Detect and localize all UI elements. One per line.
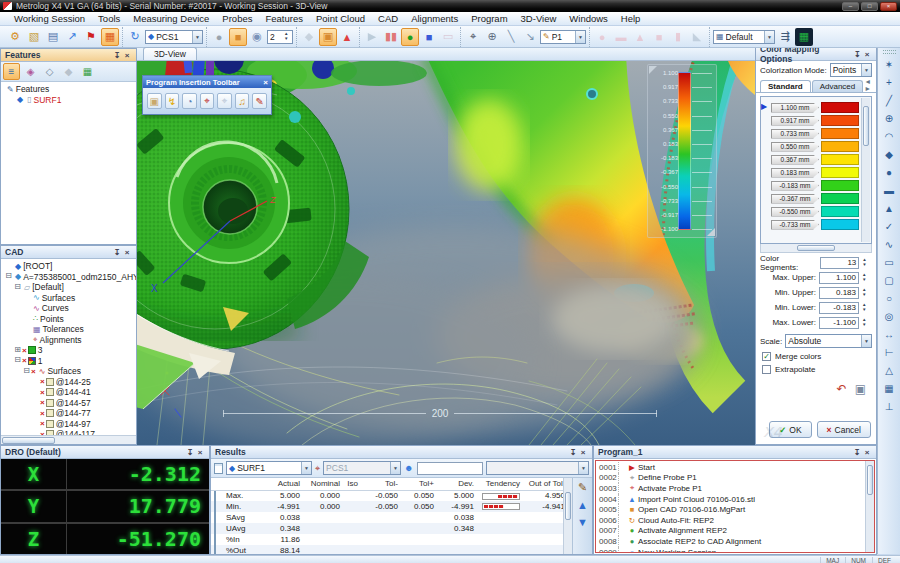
program-step-0005[interactable]: 0005■Open CAD 70106-016.MgPart xyxy=(596,504,865,515)
menu-program[interactable]: Program xyxy=(465,13,513,24)
color-scale-value-tag[interactable]: 0.550 mm xyxy=(771,142,819,152)
field-input[interactable]: -0.183 xyxy=(819,302,859,314)
close-icon[interactable]: × xyxy=(862,50,872,59)
insert-marker-icon[interactable]: ✎ xyxy=(252,93,267,109)
insert-probe-icon[interactable]: ⌖ xyxy=(200,93,215,109)
color-scale-row[interactable]: 0.367 mm xyxy=(765,153,859,166)
color-scale-value-tag[interactable]: -0.183 mm xyxy=(771,181,819,191)
menu-features[interactable]: Features xyxy=(259,13,309,24)
wireframe-view-icon[interactable]: ◉ xyxy=(248,28,266,46)
color-scale-value-tag[interactable]: 0.917 mm xyxy=(771,116,819,126)
color-scale-band[interactable] xyxy=(821,167,859,178)
menu-alignments[interactable]: Alignments xyxy=(405,13,464,24)
menu-measuring-device[interactable]: Measuring Device xyxy=(127,13,215,24)
pcs-select[interactable]: PCS1▼ xyxy=(323,461,401,475)
pin-icon[interactable]: ↧ xyxy=(112,248,122,257)
export-report-icon[interactable]: ↗ xyxy=(63,28,81,46)
rectangle-feature-icon[interactable]: ▢ xyxy=(880,273,898,288)
tree-item-surf1[interactable]: ◆▯SURF1 xyxy=(1,95,136,106)
probe-combo[interactable]: ✎P1▼ xyxy=(540,30,586,44)
tree-expander-icon[interactable]: ⊟ xyxy=(13,356,22,365)
color-scale-band[interactable] xyxy=(821,180,859,191)
tree-expander-icon[interactable]: ⊞ xyxy=(13,346,22,355)
feature-dim-icon[interactable]: ◆ xyxy=(60,63,77,80)
extrapolate-option[interactable]: Extrapolate xyxy=(756,363,876,376)
scale-horizontal-scrollbar[interactable] xyxy=(760,244,872,253)
color-scale-band[interactable] xyxy=(821,128,859,139)
close-icon[interactable]: × xyxy=(862,448,872,457)
tab-standard[interactable]: Standard xyxy=(760,80,811,92)
visibility-checkbox[interactable] xyxy=(46,420,54,428)
field-spinner[interactable]: ▲▼ xyxy=(862,303,870,312)
color-scale-band[interactable] xyxy=(821,206,859,217)
scale-mode-select[interactable]: Absolute▼ xyxy=(785,334,872,348)
move-down-icon[interactable]: ▼ xyxy=(574,515,592,528)
cancel-button[interactable]: ×Cancel xyxy=(817,421,871,438)
merge-colors-checkbox[interactable]: ✓ xyxy=(762,352,771,361)
color-scale-band[interactable] xyxy=(821,102,859,113)
open-session-icon[interactable]: ▧ xyxy=(25,28,43,46)
angle-measure-icon[interactable]: △ xyxy=(880,363,898,378)
pin-icon[interactable]: ↧ xyxy=(852,50,862,59)
results-row-savg[interactable]: SAvg0.0380.038 xyxy=(211,512,563,523)
cone-feature-icon[interactable]: ▲ xyxy=(631,28,649,46)
tree-expander-icon[interactable]: ⊟ xyxy=(22,367,31,376)
field-input[interactable]: 1.100 xyxy=(819,272,859,284)
pin-icon[interactable]: ↧ xyxy=(852,448,862,457)
color-scale-band[interactable] xyxy=(821,219,859,230)
sphere-feature-icon[interactable]: ● xyxy=(593,28,611,46)
results-row-max[interactable]: Max.5.0000.000-0.0500.0505.0004.950 xyxy=(211,490,563,501)
probe-goto-icon[interactable]: ↘ xyxy=(521,28,539,46)
scale-vertical-scrollbar[interactable] xyxy=(861,98,870,242)
results-row-min[interactable]: Min.-4.9910.000-0.0500.050-4.991-4.941 xyxy=(211,501,563,512)
insert-operator-icon[interactable]: ♫ xyxy=(235,93,250,109)
program-vertical-scrollbar[interactable] xyxy=(865,461,874,552)
extrapolate-checkbox[interactable] xyxy=(762,365,771,374)
menu-cad[interactable]: CAD xyxy=(372,13,404,24)
results-row-out[interactable]: %Out88.14 xyxy=(211,545,563,554)
cad-tree-item-144-77[interactable]: ×@144-77 xyxy=(1,408,136,419)
insert-gauge-icon[interactable]: ◔ xyxy=(182,93,197,109)
cad-tree-item-144-57[interactable]: ×@144-57 xyxy=(1,398,136,409)
distance-measure-icon[interactable]: ↔ xyxy=(880,327,898,342)
cone-feature-icon[interactable]: ▲ xyxy=(880,201,898,216)
program-loop-icon[interactable]: ▭ xyxy=(439,28,457,46)
3d-viewport[interactable]: Z X 1.1000.9170.7330.5500.3670.183-0.183… xyxy=(137,61,755,445)
field-spinner[interactable]: ▲▼ xyxy=(862,258,870,267)
color-scale-value-tag[interactable]: -0.550 mm xyxy=(771,207,819,217)
layer-color-swatch[interactable] xyxy=(28,357,36,365)
cad-tree-item-144-25[interactable]: ×@144-25 xyxy=(1,377,136,388)
close-button[interactable]: × xyxy=(880,2,897,11)
close-icon[interactable]: × xyxy=(195,448,205,457)
program-insertion-toolbar-header[interactable]: Program Insertion Toolbar × xyxy=(143,76,271,88)
tab-3d-view[interactable]: 3D-View xyxy=(143,47,197,60)
field-spinner[interactable]: ▲▼ xyxy=(862,273,870,282)
cad-tree-item-144-41[interactable]: ×@144-41 xyxy=(1,387,136,398)
program-pause-icon[interactable]: ▮▮ xyxy=(382,28,400,46)
color-scale-row[interactable]: 0.733 mm xyxy=(765,127,859,140)
shaded-view-icon[interactable]: ● xyxy=(210,28,228,46)
layer-color-swatch[interactable] xyxy=(28,346,36,354)
cad-tree-item-tolerances[interactable]: ▦Tolerances xyxy=(1,324,136,335)
visibility-checkbox[interactable] xyxy=(46,430,54,435)
color-scale-row[interactable]: -0.367 mm xyxy=(765,192,859,205)
color-scale-row[interactable]: -0.550 mm xyxy=(765,205,859,218)
pcs-rotate-icon[interactable]: ↻ xyxy=(126,28,144,46)
paint-results-icon[interactable]: ✎ xyxy=(574,481,592,494)
cylinder-feature-icon[interactable]: ▬ xyxy=(880,183,898,198)
axes-triad-icon[interactable]: ⊥ xyxy=(880,399,898,414)
insert-speed-icon[interactable]: ↯ xyxy=(165,93,180,109)
scale-marker-icon[interactable]: ▶ xyxy=(761,102,767,111)
ellipse-feature-icon[interactable]: ○ xyxy=(880,291,898,306)
extrude-feature-icon[interactable]: ▮ xyxy=(669,28,687,46)
field-input[interactable]: 13 xyxy=(820,257,859,269)
alignment-icon[interactable]: ⌖ xyxy=(315,463,320,474)
minimize-button[interactable]: – xyxy=(842,2,859,11)
sphere-feature-icon[interactable]: ● xyxy=(880,165,898,180)
move-up-icon[interactable]: ▲ xyxy=(574,498,592,511)
cylinder-feature-icon[interactable]: ▬ xyxy=(612,28,630,46)
tree-expander-icon[interactable]: ⊟ xyxy=(13,283,22,292)
color-scale-value-tag[interactable]: 0.367 mm xyxy=(771,155,819,165)
field-input[interactable]: 0.183 xyxy=(819,287,859,299)
secondary-select[interactable]: ▼ xyxy=(486,461,589,475)
